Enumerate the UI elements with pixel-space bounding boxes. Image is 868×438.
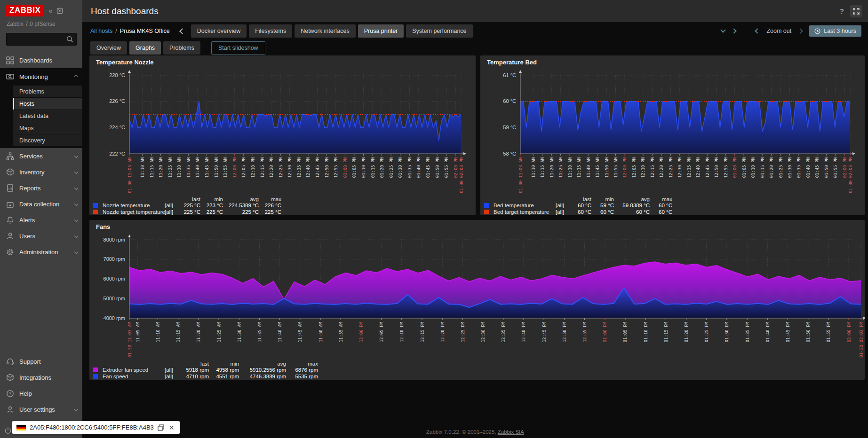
svg-text:02:00 PM: 02:00 PM [843,157,847,178]
view-tab-problems[interactable]: Problems [163,41,200,55]
svg-text:11:45 AM: 11:45 AM [205,157,209,178]
legend-cell: 4710 rpm [178,374,209,380]
svg-text:12:25 PM: 12:25 PM [461,321,465,342]
svg-text:01:25 PM: 01:25 PM [389,157,394,178]
sidebar-item-label: Reports [19,185,70,192]
svg-text:01:40 PM: 01:40 PM [765,321,770,342]
sidebar-item-support[interactable]: Support [0,353,82,369]
svg-text:12:55 PM: 12:55 PM [334,157,338,178]
sidebar-item-user-settings[interactable]: User settings [0,401,82,417]
time-forward-chevron-icon[interactable] [798,28,803,33]
sign-out-icon[interactable] [4,427,12,434]
view-tab-graphs[interactable]: Graphs [129,41,161,55]
legend-cell: 60 °C [569,203,591,209]
sidebar-item-help[interactable]: ?Help [0,385,82,401]
svg-text:11:35 AM: 11:35 AM [186,157,191,178]
sidebar-item-discovery[interactable]: Discovery [13,134,82,146]
svg-text:226 °C: 226 °C [109,98,125,104]
legend-cell: 60 °C [650,209,672,215]
previous-dashboard-chevron-icon[interactable] [179,28,185,34]
time-range-button[interactable]: Last 3 hours [809,25,861,37]
svg-text:11:40 AM: 11:40 AM [278,321,282,342]
tab-docker-overview[interactable]: Docker overview [191,24,247,38]
view-tab-overview[interactable]: Overview [90,41,127,55]
sidebar-item-reports[interactable]: Reports [0,180,82,196]
tab-list-dropdown-icon[interactable] [721,27,726,32]
tab-prusa-printer[interactable]: Prusa printer [358,24,404,38]
legend-cell: 225 °C [223,209,259,215]
sidebar-collapse-icon[interactable]: « [48,7,52,14]
sidebar-item-integrations[interactable]: Integrations [0,369,82,385]
sidebar-item-monitoring[interactable]: Monitoring [0,68,82,85]
tab-system-performance[interactable]: System performance [406,24,472,38]
svg-text:11:45 AM: 11:45 AM [298,321,303,342]
services-icon [6,152,14,160]
legend-cell: 4958 rpm [209,367,239,374]
legend-cell: [all] [163,374,178,380]
sidebar-section-monitoring: MonitoringProblemsHostsLatest dataMapsDi… [0,68,82,148]
help-icon[interactable]: ? [840,7,844,15]
view-tabs-row: OverviewGraphsProblems Start slideshow [82,40,868,55]
svg-text:01:35 PM: 01:35 PM [407,157,412,178]
sidebar-item-maps[interactable]: Maps [13,122,82,134]
sidebar-item-hosts[interactable]: Hosts [13,97,82,110]
svg-text:11:10 AM: 11:10 AM [156,321,160,342]
next-dashboard-chevron-icon[interactable] [732,28,737,33]
sidebar-item-dashboards[interactable]: Dashboards [0,52,82,68]
fans-chart[interactable]: 8000 rpm7000 rpm6000 rpm5000 rpm4000 rpm… [89,232,865,358]
svg-text:01:15 PM: 01:15 PM [371,157,375,178]
svg-text:12:50 PM: 12:50 PM [325,157,329,178]
legend-header [93,361,101,367]
legend-swatch-icon [93,203,98,208]
svg-text:01:15 PM: 01:15 PM [760,157,765,178]
svg-text:11:15 AM: 11:15 AM [540,157,545,178]
sidebar-item-problems[interactable]: Problems [13,85,82,97]
svg-text:01-30 11:03 AM: 01-30 11:03 AM [518,157,523,193]
sidebar-item-alerts[interactable]: Alerts [0,212,82,228]
legend-cell: Extruder fan speed [101,367,163,374]
german-flag-icon [16,425,26,430]
tab-network-interfaces[interactable]: Network interfaces [295,24,356,38]
sidebar-item-users[interactable]: Users [0,228,82,244]
sidebar-item-data-collection[interactable]: Data collection [0,196,82,212]
svg-text:12:05 PM: 12:05 PM [241,157,246,178]
tab-filesystems[interactable]: Filesystems [249,24,292,38]
zoom-out-button[interactable]: Zoom out [766,28,791,34]
legend-cell: 223 °C [200,203,223,209]
panel-title: Fans [89,220,865,232]
start-slideshow-button[interactable]: Start slideshow [211,41,265,55]
svg-text:11:25 AM: 11:25 AM [217,321,222,342]
copy-icon[interactable] [158,424,164,431]
svg-text:01:55 PM: 01:55 PM [444,157,449,178]
top-header-bar: Host dashboards ? [82,0,868,22]
temperature-bed-chart[interactable]: 61 °C60 °C59 °C58 °C01-30 11:03 AM11:10 … [480,68,865,194]
legend-swatch-icon [93,368,98,372]
sidebar-item-latest-data[interactable]: Latest data [13,110,82,122]
sidebar-item-services[interactable]: Services [0,148,82,164]
svg-text:12:35 PM: 12:35 PM [501,321,506,342]
footer-zabbix-sia-link[interactable]: Zabbix SIA [498,429,524,435]
legend-cell: 60 °C [614,209,650,215]
legend-cell: [all] [163,209,178,215]
kiosk-mode-icon[interactable] [56,8,63,14]
chevron-down-icon [74,234,78,238]
sidebar-item-administration[interactable]: Administration [0,244,82,260]
fullscreen-icon[interactable] [850,5,862,17]
legend-header [163,361,178,367]
svg-text:11:55 AM: 11:55 AM [223,157,228,178]
legend-cell: 5535 rpm [286,374,318,380]
svg-text:11:10 AM: 11:10 AM [140,157,145,178]
time-back-chevron-icon[interactable] [755,28,760,33]
svg-text:12:35 PM: 12:35 PM [297,157,302,178]
legend-cell: 60 °C [569,209,591,215]
legend-cell: 225 °C [178,203,200,209]
temperature-nozzle-chart[interactable]: 228 °C226 °C224 °C222 °C01-30 11:03 AM11… [89,68,476,194]
sidebar-item-label: Administration [19,249,70,256]
breadcrumb-all-hosts-link[interactable]: All hosts [90,28,112,34]
close-icon[interactable]: ✕ [168,424,175,431]
zabbix-logo[interactable]: ZABBIX [6,5,44,16]
svg-text:01:30 PM: 01:30 PM [398,157,403,178]
svg-text:12:10 PM: 12:10 PM [399,321,404,342]
sidebar-item-inventory[interactable]: Inventory [0,164,82,180]
alerts-icon [6,216,14,224]
